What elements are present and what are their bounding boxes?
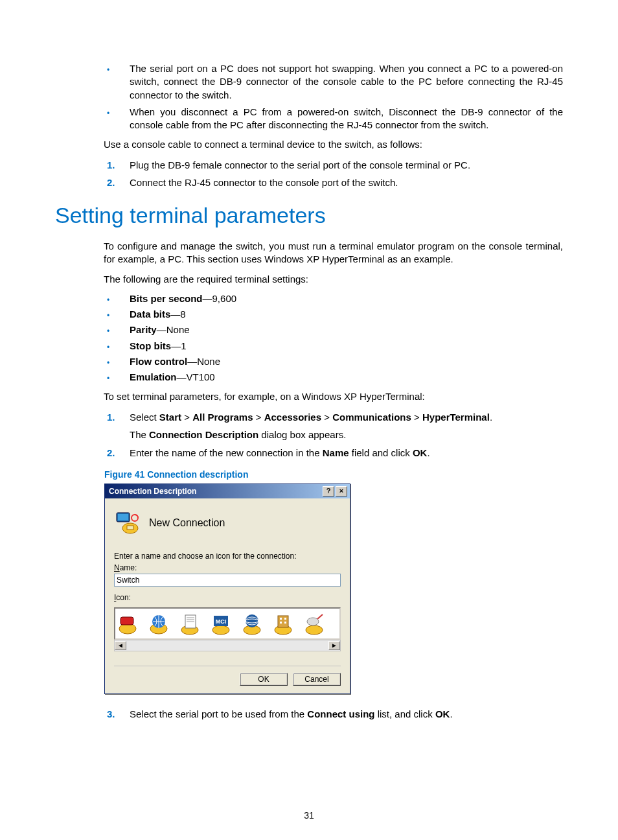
- connection-icon: [114, 510, 140, 536]
- setting-item: Stop bits—1: [55, 340, 563, 353]
- svg-rect-25: [280, 622, 282, 624]
- icon-option-globe[interactable]: [148, 613, 170, 635]
- icon-list[interactable]: MCI: [114, 607, 341, 640]
- icon-option-mci[interactable]: MCI: [210, 613, 232, 635]
- dialog-titlebar: Connection Description ? ×: [105, 484, 350, 498]
- page-number: 31: [0, 810, 618, 821]
- step-item: Connect the RJ-45 connector to the conso…: [55, 176, 563, 190]
- scroll-right-icon[interactable]: ►: [328, 641, 340, 650]
- svg-point-28: [307, 618, 319, 625]
- help-button[interactable]: ?: [323, 486, 334, 496]
- dialog-prompt: Enter a name and choose an icon for the …: [114, 552, 341, 561]
- setting-item: Bits per second—9,600: [55, 292, 563, 305]
- step-item: Select Start > All Programs > Accessorie…: [55, 410, 563, 443]
- dialog-title: Connection Description: [109, 487, 321, 496]
- scroll-left-icon[interactable]: ◄: [115, 641, 126, 650]
- bullet-item: When you disconnect a PC from a powered-…: [55, 106, 563, 132]
- setting-item: Emulation—VT100: [55, 371, 563, 384]
- setting-item: Parity—None: [55, 323, 563, 336]
- name-label: Name:: [114, 563, 341, 572]
- paragraph: Use a console cable to connect a termina…: [104, 138, 563, 151]
- step-item: Plug the DB-9 female connector to the se…: [55, 158, 563, 172]
- svg-rect-1: [118, 514, 128, 520]
- icon-option-att[interactable]: [241, 613, 263, 635]
- svg-rect-3: [127, 526, 133, 530]
- connection-description-dialog: Connection Description ? ×: [104, 484, 350, 694]
- svg-rect-24: [284, 618, 286, 620]
- icon-scrollbar[interactable]: ◄ ►: [114, 640, 341, 651]
- step-item: Select the serial port to be used from t…: [55, 707, 563, 721]
- svg-rect-6: [120, 617, 133, 625]
- svg-line-29: [317, 614, 323, 619]
- figure-caption: Figure 41 Connection description: [104, 469, 563, 480]
- step-item: Enter the name of the new connection in …: [55, 446, 563, 460]
- icon-option-satellite[interactable]: [303, 613, 325, 635]
- bullet-item: The serial port on a PC does not support…: [55, 62, 563, 102]
- close-button[interactable]: ×: [336, 486, 347, 496]
- icon-option-phone-red[interactable]: [117, 613, 139, 635]
- paragraph: To set terminal parameters, for example,…: [104, 390, 563, 403]
- section-heading: Setting terminal parameters: [55, 203, 563, 228]
- paragraph: To configure and manage the switch, you …: [104, 240, 563, 266]
- name-input[interactable]: [114, 574, 341, 587]
- cancel-button[interactable]: Cancel: [293, 673, 341, 686]
- svg-point-27: [306, 625, 323, 635]
- svg-rect-22: [278, 616, 288, 627]
- icon-label: Icon:: [114, 593, 341, 602]
- icon-option-doc[interactable]: [179, 613, 201, 635]
- ok-button[interactable]: OK: [240, 673, 288, 686]
- setting-item: Data bits—8: [55, 308, 563, 321]
- new-connection-label: New Connection: [149, 517, 225, 529]
- svg-point-18: [246, 614, 258, 627]
- svg-rect-23: [280, 618, 282, 620]
- svg-point-14: [212, 625, 229, 635]
- svg-rect-26: [284, 622, 286, 624]
- setting-item: Flow control—None: [55, 355, 563, 368]
- svg-text:MCI: MCI: [216, 618, 227, 625]
- icon-option-building[interactable]: [272, 613, 294, 635]
- paragraph: The following are the required terminal …: [104, 273, 563, 286]
